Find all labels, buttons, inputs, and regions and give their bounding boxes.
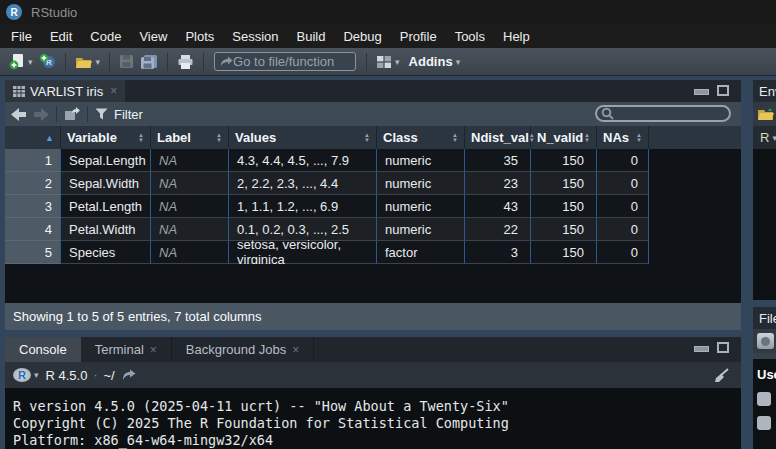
open-new-window-icon[interactable] (122, 369, 136, 381)
table-empty-area (5, 264, 741, 303)
toolbar-separator (87, 106, 88, 122)
column-header-rownum[interactable]: ▲ (5, 126, 61, 149)
toolbar-separator (56, 106, 57, 122)
cell-ndist-val: 3 (465, 241, 531, 264)
open-new-window-icon[interactable] (64, 107, 80, 121)
grid-search-box[interactable] (595, 105, 731, 122)
minimize-pane-icon[interactable] (694, 86, 707, 96)
new-file-icon (9, 53, 25, 70)
maximize-pane-icon[interactable] (717, 85, 729, 96)
console-line: Platform: x86_64-w64-mingw32/x64 (13, 432, 741, 449)
cell-variable: Species (61, 241, 151, 264)
back-icon[interactable] (11, 108, 27, 121)
scope-label: R (760, 130, 769, 145)
column-header-ndist-val[interactable]: Ndist_val▲▼ (465, 126, 531, 149)
tab-close-icon[interactable]: × (292, 343, 299, 357)
tab-console[interactable]: Console (5, 337, 81, 362)
column-header-label[interactable]: Label▲▼ (151, 126, 229, 149)
cell-ndist-val: 35 (465, 149, 531, 172)
console-output[interactable]: R version 4.5.0 (2025-04-11 ucrt) -- "Ho… (5, 388, 741, 449)
cell-nas: 0 (597, 172, 649, 195)
filter-icon[interactable] (95, 108, 108, 120)
menu-help[interactable]: Help (494, 26, 539, 47)
tab-close-icon[interactable]: × (150, 343, 157, 357)
working-directory[interactable]: ~/ (103, 368, 114, 383)
file-checkbox[interactable] (757, 416, 771, 430)
goto-file-input[interactable] (233, 54, 350, 69)
save-all-button[interactable] (137, 51, 161, 73)
menu-plots[interactable]: Plots (176, 26, 223, 47)
save-button[interactable] (116, 51, 137, 73)
console-tabstrip: Console Terminal× Background Jobs× (5, 337, 741, 362)
clear-console-icon[interactable] (713, 368, 729, 383)
column-header-n-valid[interactable]: N_valid▲▼ (531, 126, 597, 149)
file-checkbox[interactable] (757, 392, 771, 406)
new-project-button[interactable]: R (36, 51, 59, 73)
r-version-label: R 4.5.0 (46, 368, 88, 383)
toolbar-separator (109, 53, 110, 71)
menu-view[interactable]: View (130, 26, 176, 47)
sort-ascending-icon: ▲ (45, 133, 54, 143)
cell-label: NA (151, 172, 229, 195)
cell-variable: Petal.Length (61, 195, 151, 218)
addins-button[interactable]: Addins (409, 54, 453, 69)
menu-profile[interactable]: Profile (391, 26, 446, 47)
menu-tools[interactable]: Tools (446, 26, 494, 47)
panes-caret-icon: ▾ (395, 57, 400, 67)
filter-button[interactable]: Filter (114, 107, 143, 122)
column-label: Variable (67, 130, 117, 145)
open-file-caret-icon: ▾ (96, 57, 101, 67)
cell-label: NA (151, 241, 229, 264)
cell-class: numeric (377, 195, 465, 218)
menu-file[interactable]: File (2, 26, 41, 47)
menu-code[interactable]: Code (81, 26, 130, 47)
new-blank-file-button[interactable] (757, 333, 774, 349)
cell-values: 1, 1.1, 1.2, ..., 6.9 (229, 195, 377, 218)
column-header-variable[interactable]: Variable▲▼ (61, 126, 151, 149)
tab-files[interactable]: Files (753, 307, 776, 329)
menu-edit[interactable]: Edit (41, 26, 81, 47)
tab-terminal[interactable]: Terminal× (81, 337, 172, 362)
load-workspace-icon[interactable] (757, 107, 775, 121)
table-status-bar: Showing 1 to 5 of 5 entries, 7 total col… (5, 303, 741, 330)
files-path-header: Users (753, 359, 776, 382)
cell-class: numeric (377, 172, 465, 195)
cell-variable: Sepal.Width (61, 172, 151, 195)
panes-layout-button[interactable]: ▾ (373, 51, 403, 73)
menu-build[interactable]: Build (288, 26, 335, 47)
column-header-nas[interactable]: NAs▲▼ (597, 126, 649, 149)
tab-close-icon[interactable]: × (110, 84, 117, 98)
column-header-values[interactable]: Values▲▼ (229, 126, 377, 149)
maximize-pane-icon[interactable] (717, 342, 729, 353)
print-button[interactable] (174, 51, 197, 73)
tab-environment[interactable]: Environment (753, 80, 776, 102)
grid-search-input[interactable] (614, 107, 725, 121)
cell-label: NA (151, 149, 229, 172)
environment-scope-select[interactable]: R ▾ (753, 126, 776, 149)
r-version-icon[interactable]: R (13, 368, 31, 382)
save-all-icon (140, 54, 158, 70)
menu-session[interactable]: Session (223, 26, 287, 47)
menu-debug[interactable]: Debug (334, 26, 390, 47)
console-toolbar: R ▾ R 4.5.0 · ~/ (5, 362, 741, 388)
tab-label: Background Jobs (186, 342, 286, 357)
tab-varlist-iris[interactable]: VARLIST iris × (5, 80, 125, 102)
new-file-button[interactable]: ▾ (6, 51, 36, 73)
table-row: 2 Sepal.Width NA 2, 2.2, 2.3, ..., 4.4 n… (5, 172, 741, 195)
r-version-caret-icon[interactable]: ▾ (34, 370, 39, 380)
save-icon (119, 54, 134, 69)
sort-icons: ▲▼ (216, 133, 222, 143)
minimize-pane-icon[interactable] (694, 343, 707, 353)
open-file-button[interactable]: ▾ (72, 51, 104, 73)
column-label: Label (157, 130, 191, 145)
goto-file-search[interactable] (214, 52, 356, 71)
table-header-row: ▲ Variable▲▼ Label▲▼ Values▲▼ Class▲▼ Nd… (5, 126, 741, 149)
tab-background-jobs[interactable]: Background Jobs× (172, 337, 314, 362)
cell-class: numeric (377, 149, 465, 172)
data-grid-icon (13, 86, 25, 97)
tab-label: Console (19, 342, 67, 357)
files-toolbar (753, 329, 776, 353)
forward-icon[interactable] (33, 108, 49, 121)
column-header-class[interactable]: Class▲▼ (377, 126, 465, 149)
sort-icons: ▲▼ (364, 133, 370, 143)
